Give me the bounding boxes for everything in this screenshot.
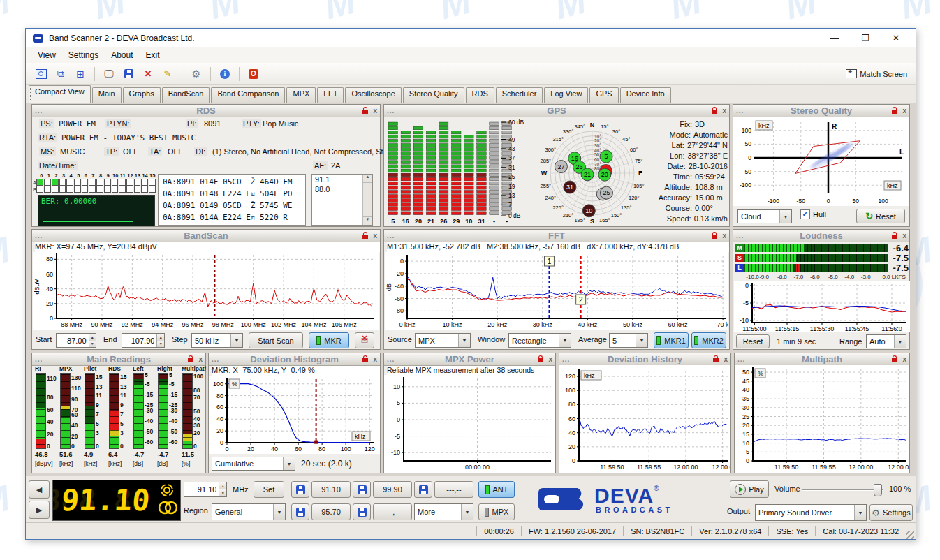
info-icon[interactable]: i [216, 66, 234, 82]
panel-lock-icon[interactable] [188, 358, 193, 362]
fft-window-dropdown[interactable]: Rectangle▼ [508, 333, 571, 348]
panel-close-icon[interactable]: x [722, 232, 726, 240]
mpx-toggle-button[interactable]: MPX [478, 503, 515, 520]
tab-rds[interactable]: RDS [466, 87, 494, 103]
start-scan-button[interactable]: Start Scan [249, 332, 303, 348]
panel-header-fft[interactable]: FFT...x [384, 230, 729, 242]
step-dropdown-arrow-icon[interactable]: ▼ [230, 334, 242, 347]
compact-view-icon[interactable] [32, 66, 50, 82]
fft-source-dropdown-arrow-icon[interactable]: ▼ [458, 334, 470, 347]
menu-settings[interactable]: Settings [62, 49, 105, 61]
panel-header-devhist[interactable]: Deviation Histogram...x [209, 353, 380, 366]
panel-header-gps[interactable]: GPS...x [384, 105, 729, 117]
clear-markers-button[interactable]: ✉✕ [355, 332, 374, 348]
preset-button[interactable]: 95.70 [311, 503, 351, 520]
region-dropdown-arrow-icon[interactable]: ▼ [273, 504, 285, 520]
delete-icon[interactable]: ✕ [139, 66, 157, 82]
cascade-windows-icon[interactable]: ⧉ [52, 66, 70, 82]
preset-button[interactable]: 99.90 [373, 481, 412, 498]
stereo-mode-dropdown[interactable]: Cloud▼ [737, 209, 792, 223]
edit-icon[interactable]: ✎ [159, 66, 177, 82]
tab-fft[interactable]: FFT [317, 87, 344, 103]
panel-close-icon[interactable]: x [722, 107, 726, 115]
panel-lock-icon[interactable] [712, 235, 717, 239]
fft-average-dropdown[interactable]: 5▼ [609, 333, 648, 348]
end-freq-up-icon[interactable]: ▲ [157, 334, 164, 341]
scroll-up-icon[interactable]: ▲ [363, 175, 372, 183]
tab-graphs[interactable]: Graphs [123, 87, 161, 103]
save-preset-1-button[interactable] [291, 481, 309, 498]
tab-compact-view[interactable]: Compact View [29, 85, 91, 103]
panel-close-icon[interactable]: x [902, 355, 906, 363]
fit-screen-icon[interactable]: 🖵 [100, 66, 118, 82]
tune-frequency[interactable]: ▲▼ [184, 482, 227, 497]
end-freq-down-icon[interactable]: ▼ [157, 341, 164, 348]
panel-header-loudness[interactable]: Loudness...x [733, 230, 909, 242]
tune-frequency-down-icon[interactable]: ▼ [219, 489, 226, 496]
panel-lock-icon[interactable] [713, 358, 719, 362]
panel-close-icon[interactable]: x [373, 355, 377, 363]
panel-close-icon[interactable]: x [724, 355, 728, 363]
loudness-range-dropdown[interactable]: Auto▼ [866, 334, 906, 348]
panel-lock-icon[interactable] [892, 235, 897, 239]
tab-oscilloscope[interactable]: Oscilloscope [345, 87, 401, 103]
loudness-range-dropdown-arrow-icon[interactable]: ▼ [894, 335, 906, 348]
panel-header-multipath[interactable]: Multipath...x [735, 353, 909, 366]
tab-scheduler[interactable]: Scheduler [496, 87, 543, 103]
tab-main[interactable]: Main [92, 87, 122, 103]
panel-lock-icon[interactable] [712, 110, 717, 114]
volume-slider[interactable] [802, 483, 883, 496]
fft-average-dropdown-arrow-icon[interactable]: ▼ [636, 334, 647, 347]
audio-settings-button[interactable]: ⚙Settings [869, 504, 913, 521]
power-icon[interactable]: O [244, 66, 263, 82]
tune-frequency-value[interactable] [184, 482, 219, 496]
mkr2-toggle-button[interactable]: MKR2 [691, 332, 726, 348]
tab-device-info[interactable]: Device Info [620, 87, 671, 103]
more-presets-dropdown-arrow-icon[interactable]: ▼ [461, 504, 473, 520]
output-dropdown[interactable]: Primary Sound Driver▼ [755, 504, 867, 521]
panel-header-readings[interactable]: Main Readings...x [32, 353, 205, 366]
preset-button[interactable]: ---,-- [434, 481, 473, 498]
panel-header-stereo[interactable]: Stereo Quality...x [733, 105, 909, 117]
tune-up-button[interactable]: ▶ [29, 501, 50, 519]
mkr1-toggle-button[interactable]: MKR1 [654, 332, 689, 348]
panel-lock-icon[interactable] [362, 235, 368, 239]
panel-close-icon[interactable]: x [373, 232, 377, 240]
loudness-reset-button[interactable]: Reset [736, 334, 770, 348]
fft-source-dropdown[interactable]: MPX▼ [415, 333, 471, 348]
panel-close-icon[interactable]: x [198, 355, 203, 363]
step-dropdown[interactable]: 50 kHz▼ [191, 333, 243, 348]
fft-window-dropdown-arrow-icon[interactable]: ▼ [559, 334, 571, 347]
panel-header-devhistory[interactable]: Deviation History...x [559, 353, 730, 366]
preset-button[interactable]: ---,-- [373, 503, 412, 520]
volume-slider-thumb[interactable] [874, 484, 882, 496]
tile-windows-icon[interactable]: ⊞ [71, 66, 89, 82]
save-preset-5-button[interactable] [353, 503, 371, 520]
tune-frequency-up-icon[interactable]: ▲ [219, 482, 226, 489]
panel-header-bandscan[interactable]: BandScan...x [32, 230, 380, 242]
maximize-button[interactable]: ❐ [850, 30, 881, 47]
tab-stereo-quality[interactable]: Stereo Quality [403, 87, 464, 103]
panel-close-icon[interactable]: x [373, 107, 377, 115]
panel-lock-icon[interactable] [892, 110, 897, 114]
panel-header-mpxpower[interactable]: MPX Power...x [384, 353, 555, 366]
panel-close-icon[interactable]: x [902, 107, 906, 115]
menu-exit[interactable]: Exit [140, 49, 166, 61]
save-preset-4-button[interactable] [291, 503, 309, 520]
start-freq[interactable]: ▲▼ [56, 333, 96, 348]
save-preset-2-button[interactable] [353, 481, 371, 498]
tune-down-button[interactable]: ◀ [29, 480, 50, 499]
tab-band-comparison[interactable]: Band Comparison [211, 87, 285, 103]
mkr-toggle-button[interactable]: MKR [309, 332, 349, 348]
tab-bandscan[interactable]: BandScan [162, 87, 210, 103]
match-screen-button[interactable]: Match Screen [846, 69, 910, 78]
close-button[interactable]: ✕ [881, 30, 911, 47]
panel-close-icon[interactable]: x [902, 232, 906, 240]
set-frequency-button[interactable]: Set [254, 481, 284, 498]
stereo-mode-dropdown-arrow-icon[interactable]: ▼ [779, 210, 791, 223]
menu-view[interactable]: View [31, 49, 62, 61]
devhist-mode-dropdown-arrow-icon[interactable]: ▼ [283, 457, 295, 470]
scroll-down-icon[interactable]: ▼ [363, 216, 372, 225]
settings-gear-icon[interactable]: ⚙ [187, 66, 205, 82]
panel-close-icon[interactable]: x [548, 355, 552, 363]
